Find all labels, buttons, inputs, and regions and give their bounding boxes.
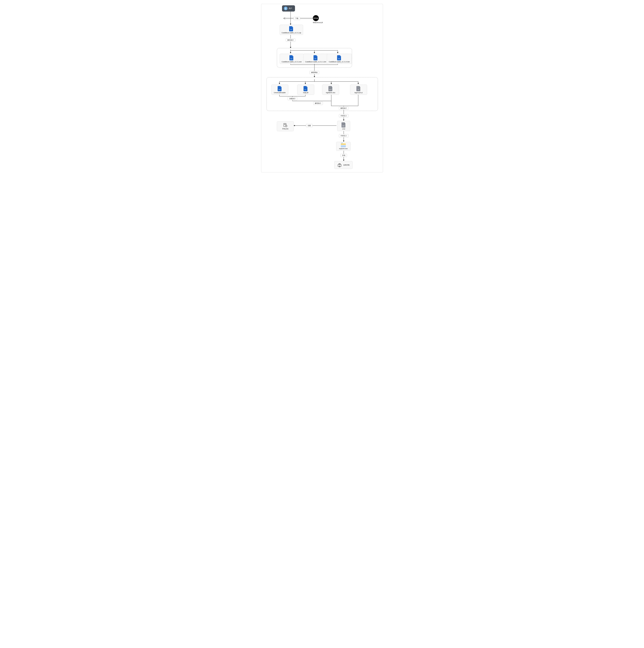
svg-text:CMD: CMD [342, 125, 345, 126]
edge-realize: 实现 [341, 154, 347, 157]
dll-file-icon: DLL [303, 86, 308, 91]
bin-file-icon: BIN [313, 55, 318, 60]
svg-text:EXE: EXE [290, 58, 292, 59]
file-bin1: BIN CodeBlock-wallet_v1.3.1-1.bin [303, 54, 328, 64]
svg-text:XLSX: XLSX [329, 89, 332, 90]
file-universal-installer: EXE UniversalInstaller [272, 85, 288, 95]
actor-github: GitHub 带毒GitHub仓库 [313, 15, 323, 23]
file-cmd: CMD cmd [337, 121, 350, 131]
svg-point-30 [285, 8, 286, 8]
svg-text:AI: AI [358, 89, 359, 90]
bin-file-icon: BIN [337, 55, 342, 60]
malware-flow-diagram: 用户 GitHub 带毒GitHub仓库 下载 ZIP CodeBlock-wa… [261, 4, 383, 172]
svg-text:DLL: DLL [304, 89, 306, 90]
edge-load-exec: 加载执行 [288, 97, 297, 100]
actor-user: 用户 [282, 5, 295, 11]
file-nighttime-xlsx: XLSX nighttime.xlsx [322, 85, 339, 95]
svg-text:BIN: BIN [314, 58, 316, 59]
task-scheduler-icon [283, 123, 288, 127]
edge-code-inject-1: 代码注入 [339, 114, 349, 117]
file-zip-name: CodeBlock-wallet_v1.3.1.zip [282, 32, 301, 34]
ai-file-icon: AI [356, 86, 361, 91]
file-bigmouth-ai: AI bigmouth.ai [350, 85, 367, 95]
edge-code-inject-2: 代码注入 [339, 134, 349, 138]
xlsx-file-icon: XLSX [329, 86, 333, 91]
zip-file-icon: ZIP [289, 26, 294, 32]
svg-text:EXE: EXE [279, 89, 281, 90]
file-zip: ZIP CodeBlock-wallet_v1.3.1.zip [280, 25, 303, 35]
exe-file-icon: EXE [289, 55, 294, 60]
file-exe-main: EXE CodeBlock-wallet_v1.3.1.exe [280, 54, 304, 64]
edge-decrypt-exec-1: 解密执行 [313, 102, 323, 105]
svg-text:ZIP: ZIP [290, 29, 292, 30]
actor-user-label: 用户 [289, 7, 292, 10]
edge-unzip-exec: 解压执行 [286, 39, 295, 42]
edge-decrypt-exec-2: 解密执行 [339, 107, 349, 110]
explorer-icon [341, 143, 346, 147]
hacker-icon [337, 163, 342, 167]
exe-file-icon: EXE [278, 86, 282, 91]
svg-text:BIN: BIN [338, 58, 340, 59]
file-bin0: BIN CodeBlock-wallet_v1.3.1-0.bin [327, 54, 352, 64]
edge-decrypt-release: 解密释放 [310, 71, 319, 74]
user-icon [284, 7, 288, 10]
edge-create: 创建 [306, 124, 312, 127]
target-boot-start: 开机启动 [277, 121, 294, 131]
actor-github-caption: 带毒GitHub仓库 [313, 22, 323, 23]
cmd-file-icon: CMD [342, 122, 346, 127]
github-icon: GitHub [313, 15, 319, 21]
target-explorer: explorer.exe [336, 142, 351, 151]
edge-download: 下载 [294, 17, 300, 20]
file-realy-dll: DLL realy.dll [297, 85, 314, 95]
target-remote-control: 远程控制 [334, 161, 353, 169]
svg-rect-47 [339, 167, 340, 167]
